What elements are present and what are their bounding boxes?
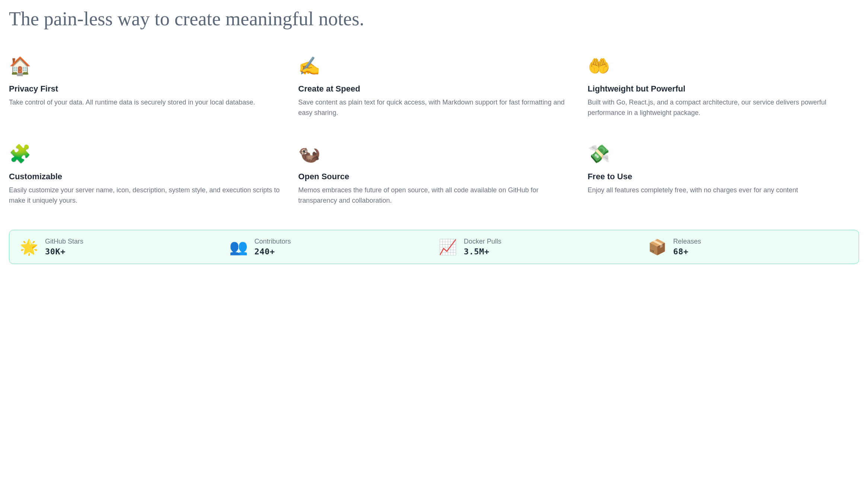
stat-text: Docker Pulls 3.5M+ (464, 238, 501, 256)
feature-title: Create at Speed (298, 84, 569, 94)
stat-github-stars: 🌟 GitHub Stars 30K+ (20, 238, 220, 256)
stat-label: GitHub Stars (45, 238, 83, 245)
stat-label: Docker Pulls (464, 238, 501, 245)
feature-desc: Save content as plain text for quick acc… (298, 97, 569, 118)
stat-label: Releases (673, 238, 701, 245)
puzzle-piece-icon: 🧩 (9, 145, 280, 163)
feature-desc: Easily customize your server name, icon,… (9, 185, 280, 206)
feature-title: Customizable (9, 172, 280, 181)
stat-text: GitHub Stars 30K+ (45, 238, 83, 256)
feature-free-to-use: 💸 Free to Use Enjoy all features complet… (588, 145, 859, 206)
stat-releases: 📦 Releases 68+ (648, 238, 849, 256)
stats-bar: 🌟 GitHub Stars 30K+ 👥 Contributors 240+ … (9, 230, 859, 264)
feature-title: Privacy First (9, 84, 280, 94)
feature-desc: Enjoy all features completely free, with… (588, 185, 859, 196)
feature-customizable: 🧩 Customizable Easily customize your ser… (9, 145, 280, 206)
money-wings-icon: 💸 (588, 145, 859, 163)
chart-up-icon: 📈 (438, 240, 457, 254)
feature-lightweight: 🤲 Lightweight but Powerful Built with Go… (588, 57, 859, 118)
people-icon: 👥 (229, 240, 248, 254)
otter-icon: 🦦 (298, 145, 569, 163)
feature-create-at-speed: ✍️ Create at Speed Save content as plain… (298, 57, 569, 118)
stat-label: Contributors (255, 238, 291, 245)
feature-title: Free to Use (588, 172, 859, 181)
feature-title: Open Source (298, 172, 569, 181)
stat-value: 3.5M+ (464, 247, 501, 256)
feature-desc: Take control of your data. All runtime d… (9, 97, 280, 108)
writing-hand-icon: ✍️ (298, 57, 569, 75)
feature-title: Lightweight but Powerful (588, 84, 859, 94)
page-heading: The pain-less way to create meaningful n… (9, 7, 859, 30)
star-icon: 🌟 (20, 240, 38, 254)
stat-text: Contributors 240+ (255, 238, 291, 256)
feature-open-source: 🦦 Open Source Memos embraces the future … (298, 145, 569, 206)
stat-text: Releases 68+ (673, 238, 701, 256)
stat-value: 30K+ (45, 247, 83, 256)
features-grid: 🏠 Privacy First Take control of your dat… (9, 57, 859, 206)
stat-contributors: 👥 Contributors 240+ (229, 238, 430, 256)
feature-desc: Memos embraces the future of open source… (298, 185, 569, 206)
open-hands-icon: 🤲 (588, 57, 859, 75)
stat-value: 240+ (255, 247, 291, 256)
stat-value: 68+ (673, 247, 701, 256)
stat-docker-pulls: 📈 Docker Pulls 3.5M+ (438, 238, 639, 256)
feature-privacy-first: 🏠 Privacy First Take control of your dat… (9, 57, 280, 118)
feature-desc: Built with Go, React.js, and a compact a… (588, 97, 859, 118)
house-icon: 🏠 (9, 57, 280, 75)
package-icon: 📦 (648, 240, 667, 254)
